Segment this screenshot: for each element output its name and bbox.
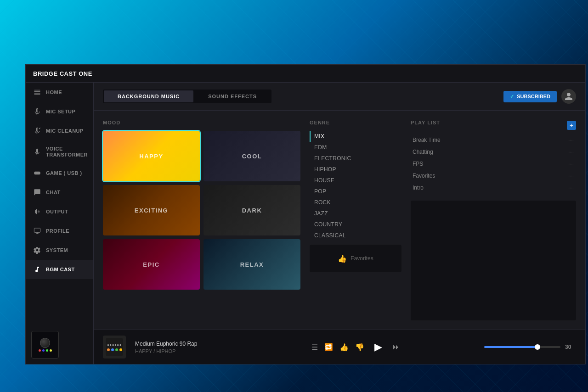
playlist-thumbnail bbox=[411, 201, 576, 320]
svg-marker-10 bbox=[35, 209, 37, 214]
playlist-item-menu-break-time[interactable]: ··· bbox=[568, 137, 574, 143]
play-button[interactable]: ▶ bbox=[371, 339, 386, 355]
bgm-cast-icon bbox=[33, 265, 41, 274]
playlist-item-menu-intro[interactable]: ··· bbox=[568, 185, 574, 191]
content-body: MOOD HAPPYCOOLEXCITINGDARKEPICRELAX GENR… bbox=[94, 111, 585, 330]
voice-transformer-icon bbox=[33, 148, 41, 156]
mood-card-exciting[interactable]: EXCITING bbox=[103, 185, 200, 235]
volume-fill bbox=[484, 346, 537, 348]
thumbs-up-icon: 👍 bbox=[338, 254, 347, 263]
favorites-button[interactable]: 👍 Favorites bbox=[310, 245, 401, 272]
svg-rect-7 bbox=[35, 173, 36, 174]
mood-label-epic: EPIC bbox=[143, 261, 159, 268]
genre-item-house[interactable]: HOUSE bbox=[310, 175, 401, 186]
playlist-item-label-intro: Intro bbox=[413, 185, 424, 191]
playlist-item-menu-chatting[interactable]: ··· bbox=[568, 149, 574, 155]
player-subtitle: HAPPY / HIPHOP bbox=[135, 348, 227, 354]
title-bar: BRIDGE CAST ONE bbox=[26, 65, 585, 83]
playlist-item-menu-favorites[interactable]: ··· bbox=[568, 173, 574, 179]
playlist-item-intro[interactable]: Intro··· bbox=[411, 182, 576, 193]
svg-point-8 bbox=[38, 173, 38, 173]
genre-item-pop[interactable]: POP bbox=[310, 186, 401, 197]
sidebar-item-system[interactable]: SYSTEM bbox=[26, 241, 93, 260]
playlist-queue-icon[interactable]: ☰ bbox=[311, 343, 318, 352]
mood-label-exciting: EXCITING bbox=[135, 207, 168, 214]
mood-card-epic[interactable]: EPIC bbox=[103, 239, 200, 290]
svg-rect-3 bbox=[34, 95, 40, 95]
playlist-item-menu-fps[interactable]: ··· bbox=[568, 161, 574, 167]
sidebar-item-game-usb[interactable]: GAME ( USB ) bbox=[26, 163, 93, 183]
favorites-label: Favorites bbox=[351, 255, 373, 262]
sidebar: HOMEMIC SETUPMIC CLEANUPVOICE TRANSFORME… bbox=[26, 83, 94, 364]
subscribed-button[interactable]: ✓ SUBSCRIBED bbox=[503, 91, 557, 102]
svg-rect-1 bbox=[34, 91, 40, 92]
genre-item-mix[interactable]: MIX bbox=[310, 131, 401, 142]
bgm-cast-label: BGM CAST bbox=[46, 267, 75, 272]
playlist-item-fps[interactable]: FPS··· bbox=[411, 158, 576, 169]
sidebar-item-output[interactable]: OUTPUT bbox=[26, 202, 93, 221]
subscribed-label: SUBSCRIBED bbox=[517, 94, 550, 99]
mood-grid: HAPPYCOOLEXCITINGDARKEPICRELAX bbox=[103, 131, 300, 290]
repeat-icon[interactable]: 🔁 bbox=[324, 343, 333, 351]
tab-sound-effects[interactable]: SOUND EFFECTS bbox=[194, 90, 271, 102]
home-icon bbox=[33, 88, 41, 96]
playlist-item-label-break-time: Break Time bbox=[413, 137, 441, 143]
voice-transformer-label: VOICE TRANSFORMER bbox=[46, 146, 88, 158]
system-icon bbox=[33, 246, 41, 254]
sidebar-item-chat[interactable]: CHAT bbox=[26, 183, 93, 202]
app-title: BRIDGE CAST ONE bbox=[33, 70, 92, 77]
mic-setup-label: MIC SETUP bbox=[46, 109, 75, 114]
mood-label-relax: RELAX bbox=[240, 261, 264, 268]
playlist-section: PLAY LIST + Break Time···Chatting···FPS·… bbox=[411, 120, 576, 320]
output-icon bbox=[33, 207, 41, 216]
genre-item-rock[interactable]: ROCK bbox=[310, 197, 401, 208]
svg-point-9 bbox=[39, 173, 39, 174]
content-header: BACKGROUND MUSIC SOUND EFFECTS ✓ SUBSCRI… bbox=[94, 83, 585, 111]
mood-card-relax[interactable]: RELAX bbox=[204, 239, 300, 290]
genre-list: MIXEDMELECTRONICHIPHOPHOUSEPOPROCKJAZZCO… bbox=[310, 131, 401, 241]
mood-card-happy[interactable]: HAPPY bbox=[103, 131, 200, 181]
volume-slider[interactable] bbox=[484, 346, 560, 348]
tab-background-music[interactable]: BACKGROUND MUSIC bbox=[104, 90, 193, 102]
playlist-item-favorites[interactable]: Favorites··· bbox=[411, 170, 576, 181]
genre-item-edm[interactable]: EDM bbox=[310, 142, 401, 153]
sidebar-item-mic-cleanup[interactable]: MIC CLEANUP bbox=[26, 121, 93, 140]
mic-cleanup-icon bbox=[33, 127, 41, 135]
sidebar-item-profile[interactable]: PROFILE bbox=[26, 221, 93, 241]
genre-item-jazz[interactable]: JAZZ bbox=[310, 208, 401, 219]
home-label: HOME bbox=[46, 90, 62, 95]
profile-label: PROFILE bbox=[46, 228, 69, 234]
playlist-item-break-time[interactable]: Break Time··· bbox=[411, 134, 576, 146]
genre-item-hiphop[interactable]: HIPHOP bbox=[310, 164, 401, 175]
add-playlist-button[interactable]: + bbox=[567, 121, 576, 130]
playlist-item-label-chatting: Chatting bbox=[413, 149, 433, 155]
playlist-label: PLAY LIST bbox=[411, 120, 440, 125]
tab-bar: BACKGROUND MUSIC SOUND EFFECTS bbox=[103, 90, 271, 103]
genre-item-electronic[interactable]: ELECTRONIC bbox=[310, 153, 401, 164]
genre-item-classical[interactable]: CLASSICAL bbox=[310, 230, 401, 241]
chat-label: CHAT bbox=[46, 190, 61, 195]
chat-icon bbox=[33, 188, 41, 196]
svg-rect-0 bbox=[34, 90, 40, 90]
output-label: OUTPUT bbox=[46, 209, 68, 214]
genre-item-country[interactable]: COUNTRY bbox=[310, 219, 401, 230]
svg-rect-11 bbox=[34, 228, 40, 232]
mood-card-cool[interactable]: COOL bbox=[204, 131, 300, 181]
player-info: Medium Euphoric 90 Rap HAPPY / HIPHOP bbox=[135, 341, 227, 354]
user-avatar[interactable] bbox=[561, 89, 576, 104]
next-track-icon[interactable]: ⏭ bbox=[393, 343, 400, 351]
sidebar-item-bgm-cast[interactable]: BGM CAST bbox=[26, 260, 93, 279]
sidebar-item-home[interactable]: HOME bbox=[26, 83, 93, 102]
sidebar-item-mic-setup[interactable]: MIC SETUP bbox=[26, 102, 93, 121]
profile-icon bbox=[33, 227, 41, 235]
thumbs-up-control-icon[interactable]: 👍 bbox=[339, 343, 349, 352]
playlist-header: PLAY LIST + bbox=[411, 120, 576, 131]
playlist-item-chatting[interactable]: Chatting··· bbox=[411, 146, 576, 157]
volume-control: 30 bbox=[484, 344, 576, 350]
mood-card-dark[interactable]: DARK bbox=[204, 185, 300, 235]
sidebar-item-voice-transformer[interactable]: VOICE TRANSFORMER bbox=[26, 140, 93, 163]
player-controls: ☰ 🔁 👍 👎 ▶ ⏭ bbox=[236, 339, 475, 355]
playlist-items: Break Time···Chatting···FPS···Favorites·… bbox=[411, 134, 576, 193]
genre-section: GENRE MIXEDMELECTRONICHIPHOPHOUSEPOPROCK… bbox=[310, 120, 401, 320]
thumbs-down-control-icon[interactable]: 👎 bbox=[355, 343, 364, 352]
